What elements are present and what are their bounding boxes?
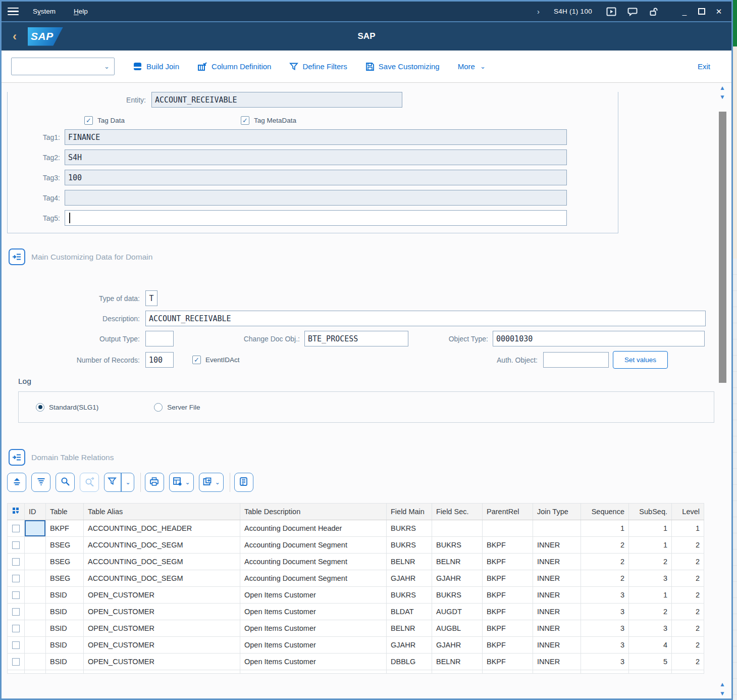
row-select-cell[interactable] bbox=[8, 637, 25, 654]
cell[interactable]: BLDAT bbox=[387, 604, 432, 620]
collapse-section-icon[interactable] bbox=[9, 248, 25, 265]
export-button[interactable]: ⌄ bbox=[199, 473, 224, 492]
cell[interactable] bbox=[25, 637, 46, 654]
cell[interactable]: 3 bbox=[581, 637, 629, 654]
details-button[interactable] bbox=[234, 473, 253, 492]
cell[interactable]: OPEN_CUSTOMER bbox=[84, 637, 240, 654]
cell[interactable] bbox=[483, 520, 533, 537]
cell[interactable]: Open Items Customer bbox=[240, 620, 387, 637]
cell[interactable] bbox=[25, 654, 46, 670]
cell[interactable]: BSEG bbox=[46, 570, 84, 587]
cell[interactable] bbox=[25, 554, 46, 570]
cell[interactable]: AUGBL bbox=[432, 620, 483, 637]
row-checkbox[interactable] bbox=[12, 608, 20, 616]
cell[interactable]: BKPF bbox=[483, 654, 533, 670]
cell[interactable]: BUKRS bbox=[387, 587, 432, 604]
tag-metadata-checkbox[interactable]: ✓ bbox=[241, 116, 249, 125]
cell[interactable]: BSID bbox=[46, 620, 84, 637]
column-header-field-main[interactable]: Field Main bbox=[387, 504, 432, 520]
views-button[interactable]: ⌄ bbox=[169, 473, 194, 492]
cell[interactable] bbox=[25, 604, 46, 620]
cell[interactable]: 4 bbox=[629, 637, 672, 654]
cell[interactable]: 5 bbox=[629, 654, 672, 670]
cell[interactable]: 1 bbox=[629, 520, 672, 537]
sort-descending-button[interactable] bbox=[31, 473, 50, 492]
cell[interactable]: BSID bbox=[46, 587, 84, 604]
cell[interactable]: 2 bbox=[581, 554, 629, 570]
cell[interactable]: BKPF bbox=[46, 520, 84, 537]
filter-button[interactable]: ⌄ bbox=[104, 473, 134, 492]
cell[interactable]: BKPF bbox=[483, 604, 533, 620]
cell[interactable]: INNER bbox=[533, 637, 581, 654]
set-values-button[interactable]: Set values bbox=[613, 351, 668, 369]
cell[interactable]: 3 bbox=[581, 587, 629, 604]
tag3-field[interactable]: 100 bbox=[65, 170, 567, 185]
cell[interactable]: Accounting Document Segment bbox=[240, 554, 387, 570]
row-checkbox[interactable] bbox=[12, 575, 20, 582]
column-header-table-alias[interactable]: Table Alias bbox=[84, 504, 240, 520]
eventidact-checkbox[interactable]: ✓ bbox=[192, 356, 201, 364]
toolbar-expand-chevron-icon[interactable]: › bbox=[537, 7, 540, 16]
column-header-subseq-[interactable]: SubSeq. bbox=[629, 504, 672, 520]
cell[interactable]: BSEG bbox=[46, 554, 84, 570]
cell[interactable] bbox=[25, 587, 46, 604]
chevron-down-icon[interactable]: ⌄ bbox=[185, 479, 190, 486]
cell[interactable]: BELNR bbox=[387, 620, 432, 637]
cell[interactable]: 2 bbox=[672, 604, 704, 620]
cell[interactable]: INNER bbox=[533, 554, 581, 570]
security-unlocked-icon[interactable] bbox=[648, 6, 660, 17]
cell[interactable]: OPEN_CUSTOMER bbox=[84, 587, 240, 604]
cell[interactable]: BSID bbox=[46, 654, 84, 670]
cell[interactable]: GJAHR bbox=[387, 570, 432, 587]
cell[interactable]: 3 bbox=[581, 620, 629, 637]
scroll-down-bottom-icon[interactable]: ▼ bbox=[718, 690, 727, 697]
cell[interactable]: 2 bbox=[672, 637, 704, 654]
cell[interactable]: BUKRS bbox=[432, 587, 483, 604]
build-join-button[interactable]: Build Join bbox=[133, 62, 179, 71]
cell[interactable]: INNER bbox=[533, 654, 581, 670]
row-select-cell[interactable] bbox=[8, 654, 25, 670]
cell[interactable]: ACCOUNTING_DOC_HEADER bbox=[84, 520, 240, 537]
cell[interactable]: Open Items Customer bbox=[240, 637, 387, 654]
cell[interactable]: INNER bbox=[533, 620, 581, 637]
cell[interactable]: 2 bbox=[581, 537, 629, 554]
cell[interactable]: BKPF bbox=[483, 587, 533, 604]
message-bubble-icon[interactable] bbox=[626, 6, 639, 17]
find-button[interactable] bbox=[56, 473, 75, 492]
change-doc-field[interactable]: BTE_PROCESS bbox=[304, 331, 408, 346]
cell[interactable]: 2 bbox=[672, 537, 704, 554]
command-combobox[interactable]: ⌄ bbox=[11, 58, 115, 75]
menu-item-help[interactable]: Help bbox=[74, 8, 88, 15]
column-header-sequence[interactable]: Sequence bbox=[581, 504, 629, 520]
cell[interactable]: 3 bbox=[581, 654, 629, 670]
cell[interactable]: OPEN_CUSTOMER bbox=[84, 654, 240, 670]
print-button[interactable] bbox=[145, 473, 164, 492]
vertical-scrollbar-thumb[interactable] bbox=[719, 112, 726, 383]
cell[interactable]: 1 bbox=[629, 537, 672, 554]
tag4-field[interactable] bbox=[65, 190, 567, 206]
define-filters-button[interactable]: Define Filters bbox=[289, 62, 347, 71]
exit-button[interactable]: Exit bbox=[698, 62, 710, 71]
cell[interactable]: INNER bbox=[533, 587, 581, 604]
cell[interactable]: 2 bbox=[581, 570, 629, 587]
cell[interactable]: BSID bbox=[46, 604, 84, 620]
row-select-cell[interactable] bbox=[8, 620, 25, 637]
chevron-down-icon[interactable]: ⌄ bbox=[126, 479, 131, 486]
cell[interactable]: GJAHR bbox=[387, 637, 432, 654]
save-customizing-button[interactable]: Save Customizing bbox=[365, 62, 440, 71]
cell[interactable]: BKPF bbox=[483, 637, 533, 654]
cell[interactable]: Accounting Document Segment bbox=[240, 570, 387, 587]
cell[interactable] bbox=[25, 570, 46, 587]
cell[interactable]: ACCOUNTING_DOC_SEGM bbox=[84, 570, 240, 587]
column-definition-button[interactable]: Column Definition bbox=[197, 62, 271, 71]
cell[interactable]: BELNR bbox=[432, 554, 483, 570]
column-header-table-description[interactable]: Table Description bbox=[240, 504, 387, 520]
cell[interactable]: GJAHR bbox=[432, 570, 483, 587]
output-type-field[interactable] bbox=[145, 331, 174, 346]
cell[interactable]: Accounting Document Header bbox=[240, 520, 387, 537]
entity-field[interactable]: ACCOUNT_RECEIVABLE bbox=[151, 92, 402, 108]
row-checkbox[interactable] bbox=[12, 541, 20, 549]
cell[interactable]: INNER bbox=[533, 570, 581, 587]
close-button[interactable]: ✕ bbox=[710, 5, 727, 18]
column-header-field-sec-[interactable]: Field Sec. bbox=[432, 504, 483, 520]
